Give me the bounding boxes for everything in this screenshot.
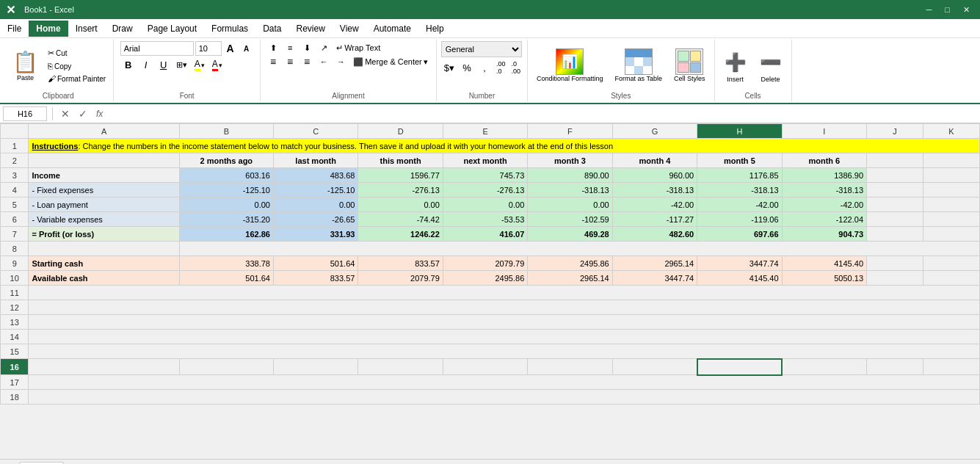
cell-H9[interactable]: 3447.74	[697, 256, 782, 271]
cell-J5[interactable]	[867, 197, 923, 212]
cell-A4[interactable]: - Fixed expenses	[29, 183, 179, 197]
cell-K2[interactable]	[923, 153, 979, 168]
cell-G4[interactable]: -318.13	[612, 183, 697, 197]
cell-G6[interactable]: -117.27	[612, 212, 697, 227]
cell-H10[interactable]: 4145.40	[697, 271, 782, 286]
cell-F16[interactable]	[528, 359, 612, 375]
cell-D9[interactable]: 833.57	[358, 256, 443, 271]
cell-F2[interactable]: month 3	[528, 153, 612, 168]
cell-C10[interactable]: 833.57	[273, 271, 357, 286]
cell-B10[interactable]: 501.64	[179, 271, 273, 286]
cell-I6[interactable]: -122.04	[782, 212, 866, 227]
cell-C7[interactable]: 331.93	[273, 227, 357, 242]
cell-K9[interactable]	[923, 256, 979, 271]
cell-C16[interactable]	[273, 359, 357, 375]
border-button[interactable]: ⊞▾	[173, 59, 190, 71]
orientation-button[interactable]: ↗	[316, 41, 332, 54]
cell-F5[interactable]: 0.00	[528, 197, 612, 212]
cell-reference-box[interactable]: H16	[3, 106, 47, 121]
menu-item-data[interactable]: Data	[255, 21, 288, 37]
paste-button[interactable]: 📋 Paste	[7, 48, 43, 84]
align-middle-button[interactable]: ≡	[282, 41, 298, 54]
increase-decimal-button[interactable]: .0.00	[509, 59, 523, 76]
cell-E4[interactable]: -276.13	[443, 183, 527, 197]
cell-G5[interactable]: -42.00	[612, 197, 697, 212]
row-header-9[interactable]: 9	[1, 256, 29, 271]
cell-F10[interactable]: 2965.14	[528, 271, 612, 286]
row-header-6[interactable]: 6	[1, 212, 29, 227]
cell-K10[interactable]	[923, 271, 979, 286]
cancel-formula-button[interactable]: ✕	[58, 108, 73, 120]
close-btn[interactable]: ✕	[959, 5, 974, 15]
cell-E3[interactable]: 745.73	[443, 168, 527, 183]
row-header-13[interactable]: 13	[1, 315, 29, 330]
row-header-8[interactable]: 8	[1, 242, 29, 256]
align-right-button[interactable]: ≡	[299, 55, 315, 68]
align-bottom-button[interactable]: ⬇	[299, 41, 315, 54]
cell-J10[interactable]	[867, 271, 923, 286]
italic-button[interactable]: I	[138, 58, 154, 73]
col-header-E[interactable]: E	[443, 124, 527, 139]
cell-A10[interactable]: Available cash	[29, 271, 179, 286]
menu-item-view[interactable]: View	[333, 21, 366, 37]
cell-A9[interactable]: Starting cash	[29, 256, 179, 271]
col-header-D[interactable]: D	[358, 124, 443, 139]
cell-G10[interactable]: 3447.74	[612, 271, 697, 286]
cell-E16[interactable]	[443, 359, 527, 375]
cell-J3[interactable]	[867, 168, 923, 183]
cell-A6[interactable]: - Variable expenses	[29, 212, 179, 227]
cell-B2[interactable]: 2 months ago	[179, 153, 273, 168]
cell-H16[interactable]	[697, 359, 782, 375]
cell-A3[interactable]: Income	[29, 168, 179, 183]
menu-item-formulas[interactable]: Formulas	[204, 21, 255, 37]
instructions-cell[interactable]: Instructions: Change the numbers in the …	[29, 139, 980, 153]
underline-button[interactable]: U	[156, 58, 172, 73]
col-header-F[interactable]: F	[528, 124, 612, 139]
menu-item-help[interactable]: Help	[418, 21, 451, 37]
font-color-button[interactable]: A▾	[209, 57, 225, 73]
insert-cells-button[interactable]: ➕ Insert	[719, 46, 752, 86]
delete-cells-button[interactable]: ➖ Delete	[755, 46, 787, 86]
cut-button[interactable]: ✂Cut	[45, 47, 109, 59]
format-painter-button[interactable]: 🖌Format Painter	[45, 73, 109, 84]
row-header-10[interactable]: 10	[1, 271, 29, 286]
row-header-1[interactable]: 1	[1, 139, 29, 153]
cell-A16[interactable]	[29, 359, 179, 375]
decrease-indent-button[interactable]: ←	[316, 55, 332, 68]
cell-E7[interactable]: 416.07	[443, 227, 527, 242]
col-header-H[interactable]: H	[697, 124, 782, 139]
cell-J9[interactable]	[867, 256, 923, 271]
fill-color-button[interactable]: A▾	[192, 57, 208, 73]
cell-E10[interactable]: 2495.86	[443, 271, 527, 286]
cell-J2[interactable]	[867, 153, 923, 168]
cell-styles-button[interactable]: Cell Styles	[669, 46, 710, 86]
cell-D6[interactable]: -74.42	[358, 212, 443, 227]
wrap-text-button[interactable]: ↵ Wrap Text	[333, 42, 384, 54]
cell-B4[interactable]: -125.10	[179, 183, 273, 197]
cell-G3[interactable]: 960.00	[612, 168, 697, 183]
decrease-decimal-button[interactable]: .00.0	[494, 59, 508, 76]
row-header-12[interactable]: 12	[1, 300, 29, 315]
menu-item-pagelayout[interactable]: Page Layout	[140, 21, 204, 37]
percent-button[interactable]: %	[459, 60, 475, 75]
cell-C2[interactable]: last month	[273, 153, 357, 168]
cell-G2[interactable]: month 4	[612, 153, 697, 168]
cell-C5[interactable]: 0.00	[273, 197, 357, 212]
cell-B16[interactable]	[179, 359, 273, 375]
cell-H4[interactable]: -318.13	[697, 183, 782, 197]
row-header-7[interactable]: 7	[1, 227, 29, 242]
cell-D4[interactable]: -276.13	[358, 183, 443, 197]
menu-item-review[interactable]: Review	[288, 21, 332, 37]
cell-I3[interactable]: 1386.90	[782, 168, 866, 183]
cell-K3[interactable]	[923, 168, 979, 183]
cell-C3[interactable]: 483.68	[273, 168, 357, 183]
cell-C6[interactable]: -26.65	[273, 212, 357, 227]
col-header-J[interactable]: J	[867, 124, 923, 139]
cell-F7[interactable]: 469.28	[528, 227, 612, 242]
cell-B5[interactable]: 0.00	[179, 197, 273, 212]
cell-A5[interactable]: - Loan payment	[29, 197, 179, 212]
cell-A2[interactable]	[29, 153, 179, 168]
col-header-A[interactable]: A	[29, 124, 179, 139]
cell-H6[interactable]: -119.06	[697, 212, 782, 227]
menu-item-file[interactable]: File	[0, 21, 29, 37]
